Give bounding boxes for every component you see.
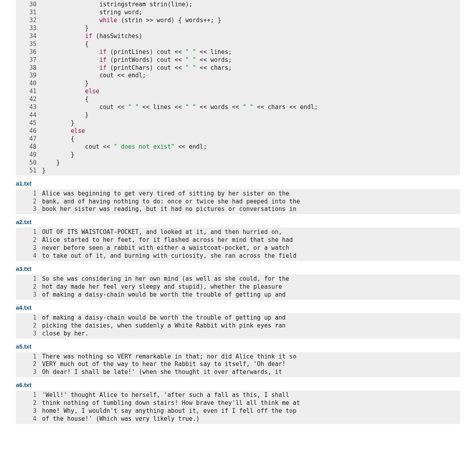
text-content: Alice was beginning to get very tired of…: [42, 190, 460, 198]
code-line: 38 if (printChars) cout << " " << chars;: [16, 64, 460, 72]
line-number: 30: [16, 1, 42, 9]
text-content: picking the daisies, when suddenly a Whi…: [42, 322, 460, 330]
code-line: 50 }: [16, 159, 460, 167]
text-line: 1There was nothing so VERY remarkable in…: [16, 353, 460, 361]
text-content: There was nothing so VERY remarkable in …: [42, 353, 460, 361]
code-line: 36 if (printLines) cout << " " << lines;: [16, 48, 460, 56]
code-content: {: [42, 96, 460, 104]
code-content: }: [42, 151, 460, 159]
line-number: 1: [16, 190, 42, 198]
code-content: if (printWords) cout << " " << words;: [42, 56, 460, 64]
text-file-block: 1So she was considering in her own mind …: [16, 274, 460, 300]
line-number: 1: [16, 228, 42, 236]
code-block-main: 30 istringstream strin(line);31 string w…: [16, 0, 460, 176]
line-number: 45: [16, 119, 42, 127]
code-line: 51}: [16, 167, 460, 175]
line-number: 40: [16, 80, 42, 88]
code-content: while (strin >> word) { words++; }: [42, 17, 460, 25]
text-content: close by her.: [42, 330, 460, 338]
text-line: 2picking the daisies, when suddenly a Wh…: [16, 322, 460, 330]
line-number: 33: [16, 25, 42, 33]
line-number: 2: [16, 198, 42, 206]
code-content: }: [42, 159, 460, 167]
text-content: book her sister was reading, but it had …: [42, 205, 460, 213]
line-number: 42: [16, 96, 42, 104]
text-line: 3of making a daisy-chain would be worth …: [16, 291, 460, 299]
code-line: 48 cout << " does not exist" << endl;: [16, 143, 460, 151]
line-number: 32: [16, 17, 42, 25]
line-number: 3: [16, 205, 42, 213]
text-content: of making a daisy-chain would be worth t…: [42, 314, 460, 322]
line-number: 47: [16, 135, 42, 143]
text-content: OUT OF ITS WAISTCOAT-POCKET, and looked …: [42, 228, 460, 236]
code-content: string word;: [42, 9, 460, 17]
code-content: istringstream strin(line);: [42, 1, 460, 9]
code-line: 33 }: [16, 25, 460, 33]
line-number: 43: [16, 104, 42, 111]
code-line: 37 if (printWords) cout << " " << words;: [16, 56, 460, 64]
text-line: 3home! Why, I wouldn't say anything abou…: [16, 407, 460, 415]
line-number: 2: [16, 360, 42, 368]
text-line: 1'Well!' thought Alice to herself, 'afte…: [16, 391, 460, 399]
text-file-block: 1Alice was beginning to get very tired o…: [16, 189, 460, 215]
code-line: 31 string word;: [16, 9, 460, 17]
file-sections: a1.txt1Alice was beginning to get very t…: [16, 180, 460, 424]
line-number: 39: [16, 72, 42, 80]
text-file-block: 1'Well!' thought Alice to herself, 'afte…: [16, 391, 460, 424]
line-number: 1: [16, 353, 42, 361]
text-content: to take out of it, and burning with curi…: [42, 252, 460, 260]
code-content: if (printChars) cout << " " << chars;: [42, 64, 460, 72]
line-number: 44: [16, 111, 42, 119]
file-heading: a5.txt: [16, 343, 460, 351]
text-content: of making a daisy-chain would be worth t…: [42, 291, 460, 299]
file-heading: a2.txt: [16, 218, 460, 226]
file-heading: a6.txt: [16, 381, 460, 389]
text-file-block: 1There was nothing so VERY remarkable in…: [16, 352, 460, 378]
code-line: 30 istringstream strin(line);: [16, 1, 460, 9]
line-number: 1: [16, 275, 42, 283]
line-number: 1: [16, 314, 42, 322]
line-number: 3: [16, 368, 42, 376]
text-file-block: 1of making a daisy-chain would be worth …: [16, 313, 460, 339]
text-line: 2bank, and of having nothing to do: once…: [16, 198, 460, 206]
file-heading: a3.txt: [16, 265, 460, 273]
code-line: 47 {: [16, 135, 460, 143]
text-line: 4to take out of it, and burning with cur…: [16, 252, 460, 260]
code-content: else: [42, 88, 460, 96]
file-heading: a1.txt: [16, 180, 460, 188]
line-number: 41: [16, 88, 42, 96]
code-line: 34 if (hasSwitches): [16, 33, 460, 40]
code-line: 43 cout << " " << lines << " " << words …: [16, 104, 460, 111]
code-line: 44 }: [16, 111, 460, 119]
line-number: 3: [16, 330, 42, 338]
file-heading: a4.txt: [16, 304, 460, 312]
line-number: 35: [16, 40, 42, 48]
line-number: 3: [16, 244, 42, 252]
text-line: 2hot day made her feel very sleepy and s…: [16, 283, 460, 291]
code-line: 39 cout << endl;: [16, 72, 460, 80]
line-number: 49: [16, 151, 42, 159]
code-line: 40 }: [16, 80, 460, 88]
line-number: 4: [16, 252, 42, 260]
line-number: 37: [16, 56, 42, 64]
text-file-block: 1OUT OF ITS WAISTCOAT-POCKET, and looked…: [16, 228, 460, 261]
text-line: 3close by her.: [16, 330, 460, 338]
text-content: of the house!' (Which was very likely tr…: [42, 415, 460, 423]
line-number: 51: [16, 167, 42, 175]
text-line: 1OUT OF ITS WAISTCOAT-POCKET, and looked…: [16, 228, 460, 236]
code-content: }: [42, 119, 460, 127]
code-content: {: [42, 40, 460, 48]
text-content: 'Well!' thought Alice to herself, 'after…: [42, 391, 460, 399]
line-number: 4: [16, 415, 42, 423]
code-content: cout << " " << lines << " " << words << …: [42, 104, 460, 111]
code-content: cout << " does not exist" << endl;: [42, 143, 460, 151]
text-line: 1So she was considering in her own mind …: [16, 275, 460, 283]
code-line: 49 }: [16, 151, 460, 159]
line-number: 36: [16, 48, 42, 56]
text-line: 3never before seen a rabbit with either …: [16, 244, 460, 252]
code-line: 35 {: [16, 40, 460, 48]
text-content: hot day made her feel very sleepy and st…: [42, 283, 460, 291]
text-content: home! Why, I wouldn't say anything about…: [42, 407, 460, 415]
text-line: 1of making a daisy-chain would be worth …: [16, 314, 460, 322]
page-root: 30 istringstream strin(line);31 string w…: [0, 0, 476, 440]
